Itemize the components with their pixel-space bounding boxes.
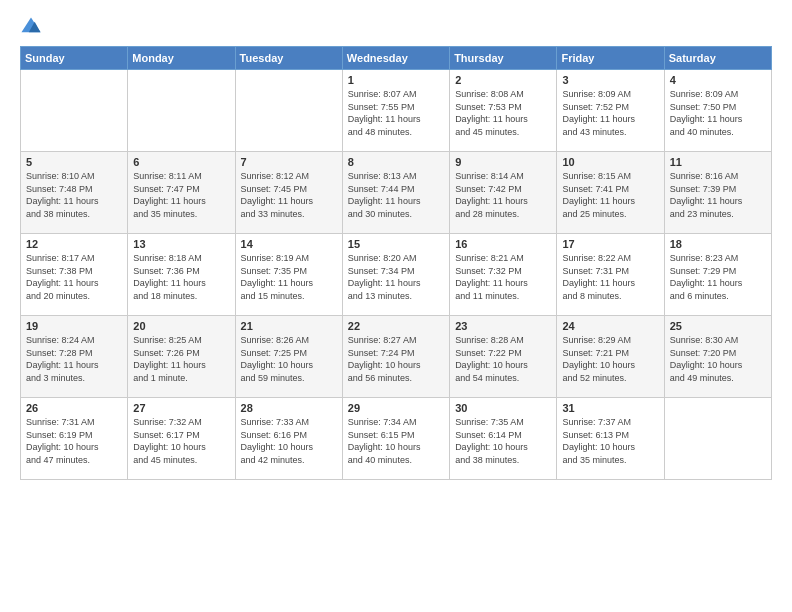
calendar-cell: 7Sunrise: 8:12 AM Sunset: 7:45 PM Daylig… <box>235 152 342 234</box>
calendar-cell: 5Sunrise: 8:10 AM Sunset: 7:48 PM Daylig… <box>21 152 128 234</box>
weekday-header: Saturday <box>664 47 771 70</box>
day-number: 9 <box>455 156 551 168</box>
day-number: 28 <box>241 402 337 414</box>
calendar-cell: 24Sunrise: 8:29 AM Sunset: 7:21 PM Dayli… <box>557 316 664 398</box>
weekday-header-row: SundayMondayTuesdayWednesdayThursdayFrid… <box>21 47 772 70</box>
logo-icon <box>20 16 42 38</box>
page: SundayMondayTuesdayWednesdayThursdayFrid… <box>0 0 792 612</box>
day-info: Sunrise: 7:32 AM Sunset: 6:17 PM Dayligh… <box>133 416 229 466</box>
day-number: 15 <box>348 238 444 250</box>
calendar-cell: 1Sunrise: 8:07 AM Sunset: 7:55 PM Daylig… <box>342 70 449 152</box>
calendar-week-row: 12Sunrise: 8:17 AM Sunset: 7:38 PM Dayli… <box>21 234 772 316</box>
day-info: Sunrise: 8:18 AM Sunset: 7:36 PM Dayligh… <box>133 252 229 302</box>
day-number: 7 <box>241 156 337 168</box>
day-info: Sunrise: 8:09 AM Sunset: 7:50 PM Dayligh… <box>670 88 766 138</box>
day-number: 17 <box>562 238 658 250</box>
day-number: 30 <box>455 402 551 414</box>
calendar-cell: 3Sunrise: 8:09 AM Sunset: 7:52 PM Daylig… <box>557 70 664 152</box>
day-info: Sunrise: 7:37 AM Sunset: 6:13 PM Dayligh… <box>562 416 658 466</box>
weekday-header: Tuesday <box>235 47 342 70</box>
calendar-cell: 12Sunrise: 8:17 AM Sunset: 7:38 PM Dayli… <box>21 234 128 316</box>
day-number: 23 <box>455 320 551 332</box>
calendar-cell <box>128 70 235 152</box>
day-info: Sunrise: 8:08 AM Sunset: 7:53 PM Dayligh… <box>455 88 551 138</box>
day-info: Sunrise: 8:17 AM Sunset: 7:38 PM Dayligh… <box>26 252 122 302</box>
calendar-cell: 9Sunrise: 8:14 AM Sunset: 7:42 PM Daylig… <box>450 152 557 234</box>
day-number: 16 <box>455 238 551 250</box>
calendar-cell <box>664 398 771 480</box>
day-info: Sunrise: 7:33 AM Sunset: 6:16 PM Dayligh… <box>241 416 337 466</box>
day-info: Sunrise: 8:21 AM Sunset: 7:32 PM Dayligh… <box>455 252 551 302</box>
day-number: 21 <box>241 320 337 332</box>
calendar-cell: 30Sunrise: 7:35 AM Sunset: 6:14 PM Dayli… <box>450 398 557 480</box>
calendar-week-row: 1Sunrise: 8:07 AM Sunset: 7:55 PM Daylig… <box>21 70 772 152</box>
day-info: Sunrise: 8:11 AM Sunset: 7:47 PM Dayligh… <box>133 170 229 220</box>
day-info: Sunrise: 7:34 AM Sunset: 6:15 PM Dayligh… <box>348 416 444 466</box>
day-info: Sunrise: 8:09 AM Sunset: 7:52 PM Dayligh… <box>562 88 658 138</box>
calendar-cell: 25Sunrise: 8:30 AM Sunset: 7:20 PM Dayli… <box>664 316 771 398</box>
calendar-cell: 31Sunrise: 7:37 AM Sunset: 6:13 PM Dayli… <box>557 398 664 480</box>
calendar-cell: 8Sunrise: 8:13 AM Sunset: 7:44 PM Daylig… <box>342 152 449 234</box>
logo <box>20 16 46 38</box>
day-info: Sunrise: 8:07 AM Sunset: 7:55 PM Dayligh… <box>348 88 444 138</box>
day-number: 6 <box>133 156 229 168</box>
calendar-cell: 19Sunrise: 8:24 AM Sunset: 7:28 PM Dayli… <box>21 316 128 398</box>
calendar-cell: 6Sunrise: 8:11 AM Sunset: 7:47 PM Daylig… <box>128 152 235 234</box>
day-number: 14 <box>241 238 337 250</box>
day-info: Sunrise: 8:27 AM Sunset: 7:24 PM Dayligh… <box>348 334 444 384</box>
day-number: 11 <box>670 156 766 168</box>
calendar-cell: 16Sunrise: 8:21 AM Sunset: 7:32 PM Dayli… <box>450 234 557 316</box>
day-number: 25 <box>670 320 766 332</box>
calendar-cell: 22Sunrise: 8:27 AM Sunset: 7:24 PM Dayli… <box>342 316 449 398</box>
calendar-week-row: 26Sunrise: 7:31 AM Sunset: 6:19 PM Dayli… <box>21 398 772 480</box>
day-info: Sunrise: 8:23 AM Sunset: 7:29 PM Dayligh… <box>670 252 766 302</box>
calendar-cell: 28Sunrise: 7:33 AM Sunset: 6:16 PM Dayli… <box>235 398 342 480</box>
day-number: 5 <box>26 156 122 168</box>
day-info: Sunrise: 8:19 AM Sunset: 7:35 PM Dayligh… <box>241 252 337 302</box>
calendar-cell: 14Sunrise: 8:19 AM Sunset: 7:35 PM Dayli… <box>235 234 342 316</box>
weekday-header: Sunday <box>21 47 128 70</box>
day-number: 13 <box>133 238 229 250</box>
calendar-cell: 13Sunrise: 8:18 AM Sunset: 7:36 PM Dayli… <box>128 234 235 316</box>
day-number: 12 <box>26 238 122 250</box>
day-number: 1 <box>348 74 444 86</box>
day-info: Sunrise: 8:24 AM Sunset: 7:28 PM Dayligh… <box>26 334 122 384</box>
day-info: Sunrise: 8:25 AM Sunset: 7:26 PM Dayligh… <box>133 334 229 384</box>
calendar-cell: 21Sunrise: 8:26 AM Sunset: 7:25 PM Dayli… <box>235 316 342 398</box>
calendar-cell: 20Sunrise: 8:25 AM Sunset: 7:26 PM Dayli… <box>128 316 235 398</box>
calendar-table: SundayMondayTuesdayWednesdayThursdayFrid… <box>20 46 772 480</box>
day-info: Sunrise: 8:10 AM Sunset: 7:48 PM Dayligh… <box>26 170 122 220</box>
calendar-cell: 17Sunrise: 8:22 AM Sunset: 7:31 PM Dayli… <box>557 234 664 316</box>
day-info: Sunrise: 8:28 AM Sunset: 7:22 PM Dayligh… <box>455 334 551 384</box>
day-info: Sunrise: 8:13 AM Sunset: 7:44 PM Dayligh… <box>348 170 444 220</box>
day-number: 29 <box>348 402 444 414</box>
day-number: 4 <box>670 74 766 86</box>
calendar-cell: 18Sunrise: 8:23 AM Sunset: 7:29 PM Dayli… <box>664 234 771 316</box>
header <box>20 16 772 38</box>
day-info: Sunrise: 8:12 AM Sunset: 7:45 PM Dayligh… <box>241 170 337 220</box>
day-number: 24 <box>562 320 658 332</box>
day-info: Sunrise: 8:14 AM Sunset: 7:42 PM Dayligh… <box>455 170 551 220</box>
calendar-cell: 23Sunrise: 8:28 AM Sunset: 7:22 PM Dayli… <box>450 316 557 398</box>
day-info: Sunrise: 8:16 AM Sunset: 7:39 PM Dayligh… <box>670 170 766 220</box>
day-info: Sunrise: 8:30 AM Sunset: 7:20 PM Dayligh… <box>670 334 766 384</box>
calendar-cell: 10Sunrise: 8:15 AM Sunset: 7:41 PM Dayli… <box>557 152 664 234</box>
calendar-cell: 4Sunrise: 8:09 AM Sunset: 7:50 PM Daylig… <box>664 70 771 152</box>
calendar-cell <box>235 70 342 152</box>
calendar-week-row: 19Sunrise: 8:24 AM Sunset: 7:28 PM Dayli… <box>21 316 772 398</box>
day-number: 10 <box>562 156 658 168</box>
calendar-cell: 2Sunrise: 8:08 AM Sunset: 7:53 PM Daylig… <box>450 70 557 152</box>
day-info: Sunrise: 8:26 AM Sunset: 7:25 PM Dayligh… <box>241 334 337 384</box>
day-number: 18 <box>670 238 766 250</box>
day-number: 2 <box>455 74 551 86</box>
day-number: 31 <box>562 402 658 414</box>
day-number: 27 <box>133 402 229 414</box>
day-info: Sunrise: 8:29 AM Sunset: 7:21 PM Dayligh… <box>562 334 658 384</box>
day-number: 3 <box>562 74 658 86</box>
day-info: Sunrise: 8:20 AM Sunset: 7:34 PM Dayligh… <box>348 252 444 302</box>
day-number: 22 <box>348 320 444 332</box>
weekday-header: Thursday <box>450 47 557 70</box>
calendar-cell: 11Sunrise: 8:16 AM Sunset: 7:39 PM Dayli… <box>664 152 771 234</box>
weekday-header: Friday <box>557 47 664 70</box>
calendar-cell <box>21 70 128 152</box>
